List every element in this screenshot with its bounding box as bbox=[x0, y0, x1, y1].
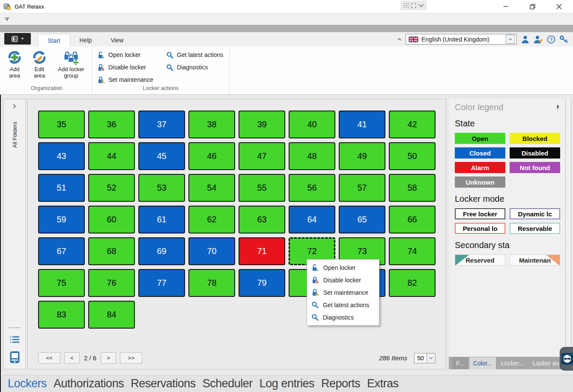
key-icon[interactable] bbox=[559, 35, 568, 44]
panel-tab-f[interactable]: F... bbox=[452, 357, 468, 369]
locker-cell-71[interactable]: 71 bbox=[239, 237, 285, 265]
locker-cell-82[interactable]: 82 bbox=[389, 269, 436, 297]
locker-cell-60[interactable]: 60 bbox=[88, 206, 135, 233]
locker-cell-79[interactable]: 79 bbox=[239, 269, 285, 297]
locker-cell-84[interactable]: 84 bbox=[88, 301, 135, 329]
locker-cell-45[interactable]: 45 bbox=[138, 142, 185, 170]
locker-cell-83[interactable]: 83 bbox=[38, 301, 85, 329]
language-select[interactable]: English (United Kingdom) bbox=[406, 34, 517, 45]
locker-cell-69[interactable]: 69 bbox=[138, 237, 185, 265]
page-size-dropdown-button[interactable] bbox=[427, 353, 436, 363]
locker-cell-63[interactable]: 63 bbox=[239, 206, 285, 233]
locker-cell-67[interactable]: 67 bbox=[38, 237, 85, 265]
locker-cell-59[interactable]: 59 bbox=[38, 206, 85, 233]
screen-chevron-down-icon[interactable] bbox=[418, 3, 424, 8]
nav-extras[interactable]: Extras bbox=[364, 377, 402, 390]
locker-cell-47[interactable]: 47 bbox=[239, 142, 285, 170]
locker-cell-50[interactable]: 50 bbox=[389, 142, 436, 170]
pin-icon[interactable] bbox=[555, 105, 560, 111]
tab-help[interactable]: Help bbox=[70, 34, 101, 47]
locker-cell-49[interactable]: 49 bbox=[339, 142, 385, 170]
locker-cell-56[interactable]: 56 bbox=[289, 174, 335, 202]
locker-cell-51[interactable]: 51 bbox=[38, 174, 85, 202]
locker-cell-58[interactable]: 58 bbox=[389, 174, 436, 202]
language-dropdown-button[interactable] bbox=[506, 35, 515, 44]
locker-cell-57[interactable]: 57 bbox=[339, 174, 385, 202]
ribbon-button-diagnostics[interactable]: Diagnostics bbox=[166, 63, 223, 72]
user-edit-icon[interactable] bbox=[534, 35, 543, 44]
next-page-button[interactable]: > bbox=[101, 352, 116, 364]
screen-grid-icon[interactable] bbox=[403, 2, 409, 9]
nav-scheduler[interactable]: Scheduler bbox=[199, 377, 256, 390]
locker-cell-76[interactable]: 76 bbox=[88, 269, 135, 297]
application-menu-button[interactable] bbox=[4, 33, 31, 45]
locker-cell-52[interactable]: 52 bbox=[88, 174, 135, 202]
locker-cell-65[interactable]: 65 bbox=[339, 206, 385, 233]
locker-cell-68[interactable]: 68 bbox=[88, 237, 135, 265]
locker-cell-46[interactable]: 46 bbox=[188, 142, 235, 170]
context-menu-item-get-latest-actions[interactable]: Get latest actions bbox=[307, 299, 379, 311]
ribbon-button-open-locker[interactable]: Open locker bbox=[97, 50, 153, 60]
locker-cell-54[interactable]: 54 bbox=[188, 174, 235, 202]
locker-cell-38[interactable]: 38 bbox=[188, 111, 235, 138]
ribbon-button-set-maintenance[interactable]: Set maintenance bbox=[97, 75, 153, 84]
splitter-handle[interactable] bbox=[9, 327, 20, 328]
ribbon-button-add-area[interactable]: Add area bbox=[3, 49, 26, 79]
terminal-device-icon[interactable] bbox=[9, 351, 21, 364]
locker-cell-44[interactable]: 44 bbox=[88, 142, 135, 170]
help-icon[interactable]: ? bbox=[547, 35, 555, 44]
panel-scrollbar[interactable] bbox=[565, 99, 571, 369]
nav-reports[interactable]: Reports bbox=[318, 377, 364, 390]
locker-cell-61[interactable]: 61 bbox=[138, 206, 185, 233]
tab-view[interactable]: View bbox=[101, 34, 133, 47]
nav-reservations[interactable]: Reservations bbox=[127, 377, 199, 390]
panel-tab-locker[interactable]: Locker... bbox=[497, 357, 528, 369]
list-view-icon[interactable] bbox=[9, 335, 20, 344]
panel-tab-color[interactable]: Color... bbox=[469, 357, 496, 369]
locker-cell-70[interactable]: 70 bbox=[188, 237, 235, 265]
locker-cell-48[interactable]: 48 bbox=[289, 142, 335, 170]
last-page-button[interactable]: >> bbox=[120, 352, 142, 364]
locker-cell-75[interactable]: 75 bbox=[38, 269, 85, 297]
restore-button[interactable] bbox=[522, 0, 542, 12]
locker-cell-36[interactable]: 36 bbox=[88, 111, 135, 138]
qat-customize-icon[interactable] bbox=[4, 17, 10, 21]
locker-cell-42[interactable]: 42 bbox=[389, 111, 436, 138]
nav-log-entries[interactable]: Log entries bbox=[256, 377, 318, 390]
tab-start[interactable]: Start bbox=[38, 34, 70, 47]
sidebar-folder-label[interactable]: All Folders bbox=[12, 122, 18, 148]
context-menu-item-open-locker[interactable]: Open locker bbox=[307, 261, 379, 274]
page-size-select[interactable]: 50 bbox=[414, 353, 436, 363]
locker-cell-55[interactable]: 55 bbox=[239, 174, 285, 202]
locker-cell-37[interactable]: 37 bbox=[138, 111, 185, 138]
locker-cell-53[interactable]: 53 bbox=[138, 174, 185, 202]
prev-page-button[interactable]: < bbox=[64, 352, 80, 364]
locker-cell-77[interactable]: 77 bbox=[138, 269, 185, 297]
locker-cell-74[interactable]: 74 bbox=[389, 237, 436, 265]
locker-cell-39[interactable]: 39 bbox=[239, 111, 285, 138]
context-menu-item-disable-locker[interactable]: Disable locker bbox=[307, 274, 379, 286]
locker-cell-35[interactable]: 35 bbox=[38, 111, 85, 138]
nav-lockers[interactable]: Lockers bbox=[4, 377, 50, 390]
locker-cell-62[interactable]: 62 bbox=[188, 206, 235, 233]
locker-cell-40[interactable]: 40 bbox=[289, 111, 335, 138]
context-menu-item-set-maintenance[interactable]: Set maintenance bbox=[307, 286, 379, 299]
remote-support-edge-button[interactable] bbox=[560, 347, 573, 371]
locker-cell-43[interactable]: 43 bbox=[38, 142, 85, 170]
nav-authorizations[interactable]: Authorizations bbox=[50, 377, 127, 390]
ribbon-button-get-latest-actions[interactable]: Get latest actions bbox=[166, 50, 223, 60]
ribbon-button-edit-area[interactable]: Edit area bbox=[28, 49, 51, 79]
locker-cell-41[interactable]: 41 bbox=[339, 111, 385, 138]
locker-cell-66[interactable]: 66 bbox=[389, 206, 436, 233]
user-icon[interactable] bbox=[521, 35, 530, 44]
minimize-button[interactable] bbox=[496, 0, 516, 12]
collapse-ribbon-icon[interactable] bbox=[397, 38, 402, 41]
context-menu-item-diagnostics[interactable]: Diagnostics bbox=[307, 311, 379, 323]
first-page-button[interactable]: << bbox=[38, 352, 60, 364]
screen-expand-icon[interactable] bbox=[411, 3, 417, 9]
locker-cell-64[interactable]: 64 bbox=[289, 206, 335, 233]
close-button[interactable] bbox=[549, 0, 569, 12]
sidebar-expand-chevron-icon[interactable] bbox=[13, 104, 16, 109]
ribbon-button-disable-locker[interactable]: Disable locker bbox=[97, 63, 153, 72]
locker-cell-78[interactable]: 78 bbox=[188, 269, 235, 297]
